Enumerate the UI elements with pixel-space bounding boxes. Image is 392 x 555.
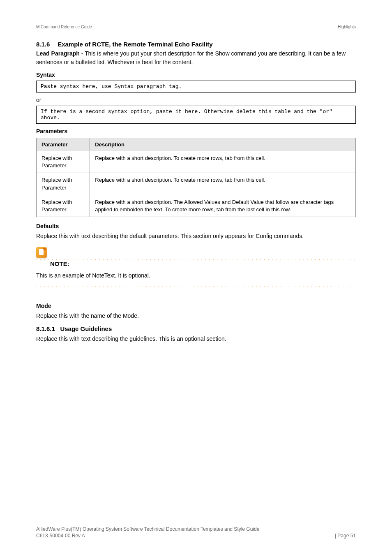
header-right: Highlights — [338, 25, 356, 29]
th-parameter: Parameter — [37, 138, 90, 151]
syntax-box-2: If there is a second syntax option, past… — [36, 106, 356, 124]
defaults-body: Replace this with text describing the de… — [36, 232, 356, 240]
section-number-8161: 8.1.6.1 — [36, 325, 55, 332]
footer-page: | Page 51 — [335, 533, 356, 539]
footer-product: AlliedWare Plus(TM) Operating System Sof… — [36, 526, 356, 532]
section-8161-title: 8.1.6.1 Usage Guidelines — [36, 325, 356, 332]
section-title-text-816: Example of RCTE, the Remote Terminal Ech… — [58, 41, 212, 48]
parameters-table-wrap: Parameter Description Replace with Param… — [36, 138, 356, 217]
section-title-text-8161: Usage Guidelines — [60, 325, 112, 332]
cell-param-1: Replace with Parameter — [37, 173, 90, 195]
section-8161-body: Replace this with text describing the gu… — [36, 335, 356, 343]
cell-param-2: Replace with Parameter — [37, 195, 90, 217]
syntax-box-1: Paste syntax here, use Syntax paragraph … — [36, 81, 356, 92]
note-body: This is an example of NoteText. It is op… — [36, 271, 356, 280]
defaults-heading: Defaults — [36, 223, 356, 229]
section-816-title: 8.1.6 Example of RCTE, the Remote Termin… — [36, 41, 356, 48]
table-row: Replace with Parameter Replace with a sh… — [37, 173, 356, 195]
parameters-heading: Parameters — [36, 128, 356, 134]
syntax-or: or — [36, 97, 356, 103]
cell-desc-0: Replace with a short description. To cre… — [90, 151, 356, 173]
section-816-body: Lead Paragraph - This is where you put y… — [36, 49, 356, 67]
table-header-row: Parameter Description — [37, 138, 356, 151]
cell-desc-2: Replace with a short description. The Al… — [90, 195, 356, 217]
dotted-border-bottom: . . . . . . . . . . . . . . . . . . . . … — [36, 283, 356, 288]
note-label: NOTE: — [50, 260, 69, 267]
footer-docnum: C613-50004-00 Rev A — [36, 533, 85, 539]
lead-label: Lead Paragraph — [36, 50, 80, 57]
mode-body: Replace this with the name of the Mode. — [36, 312, 356, 320]
syntax-heading: Syntax — [36, 72, 356, 78]
note-box: . . . . . . . . . . . . . . . . . . . . … — [36, 250, 356, 294]
page-footer: AlliedWare Plus(TM) Operating System Sof… — [36, 526, 356, 539]
dotted-border-top: . . . . . . . . . . . . . . . . . . . . … — [36, 256, 356, 261]
cell-desc-1: Replace with a short description. To cre… — [90, 173, 356, 195]
mode-heading: Mode — [36, 303, 356, 309]
cell-param-0: Replace with Parameter — [37, 151, 90, 173]
note-icon — [36, 247, 47, 258]
table-row: Replace with Parameter Replace with a sh… — [37, 195, 356, 217]
table-row: Replace with Parameter Replace with a sh… — [37, 151, 356, 173]
th-description: Description — [90, 138, 356, 151]
header-left: M Command Reference Guide — [36, 25, 92, 29]
parameters-table: Parameter Description Replace with Param… — [36, 138, 356, 217]
section-number-816: 8.1.6 — [36, 41, 56, 48]
